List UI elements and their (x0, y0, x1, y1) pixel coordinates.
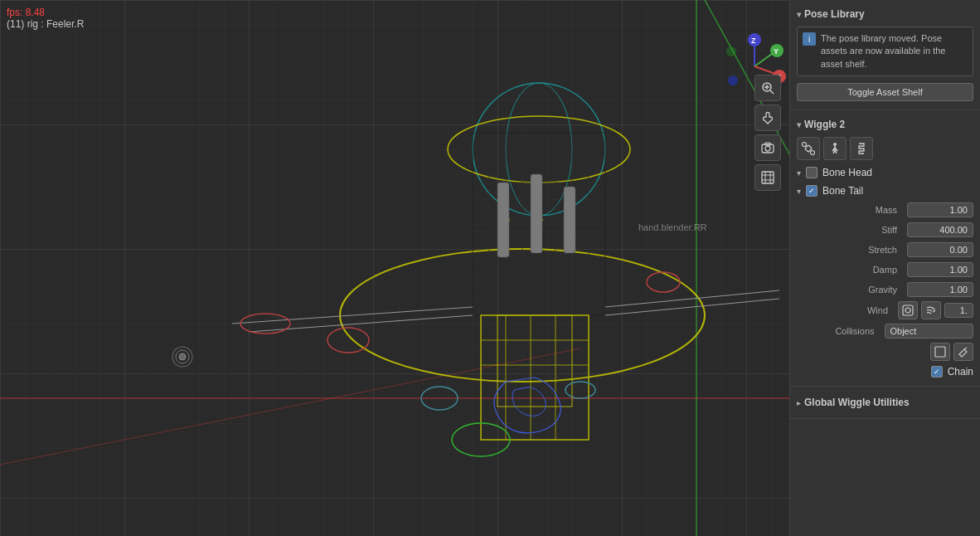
pose-info-text: The pose library moved. Pose assets are … (821, 32, 968, 71)
chain-checkbox[interactable]: ✓ (931, 366, 943, 378)
pose-library-section: ▾ Pose Library i The pose library moved.… (790, 0, 980, 110)
svg-rect-9 (473, 133, 605, 315)
wind-wind-icon[interactable] (921, 301, 941, 319)
svg-point-29 (536, 217, 542, 223)
pose-library-collapse-icon: ▾ (797, 10, 801, 19)
render-button[interactable] (754, 164, 781, 191)
fps-overlay: fps: 8.48 (11) rig : Feeler.R (7, 7, 84, 30)
spring-icon (855, 142, 868, 155)
svg-point-50 (748, 33, 761, 46)
svg-line-23 (232, 307, 473, 324)
svg-point-74 (811, 151, 815, 155)
svg-point-47 (176, 350, 189, 363)
svg-rect-30 (497, 183, 509, 257)
svg-point-25 (240, 314, 290, 334)
svg-point-5 (473, 83, 605, 216)
bone-head-entry[interactable]: ▾ Bone Head (790, 163, 980, 182)
wiggle2-header[interactable]: ▾ Wiggle 2 (790, 115, 980, 134)
zoom-icon (760, 80, 775, 95)
mass-value[interactable]: 1.00 (907, 202, 973, 217)
svg-point-28 (502, 217, 509, 223)
zoom-button[interactable] (754, 75, 781, 101)
wiggle-bone-icon-btn[interactable] (797, 137, 820, 160)
collision-icon-row (790, 341, 980, 363)
wiggle2-collapse-icon: ▾ (797, 120, 801, 129)
svg-rect-32 (564, 187, 575, 253)
svg-rect-1 (0, 0, 789, 536)
svg-point-83 (905, 308, 910, 313)
global-wiggle-section: ▸ Global Wiggle Utilities (790, 387, 980, 419)
collision-box-svg (934, 346, 946, 358)
bone-head-checkbox[interactable] (806, 167, 817, 178)
svg-line-27 (605, 299, 779, 315)
svg-point-41 (327, 328, 369, 353)
wiggle-icon-row (790, 134, 980, 163)
svg-point-73 (803, 143, 807, 147)
collisions-label: Collisions (797, 326, 881, 336)
stiff-value[interactable]: 400.00 (907, 222, 973, 237)
toggle-asset-shelf-button[interactable]: Toggle Asset Shelf (797, 83, 973, 101)
collisions-dropdown[interactable]: Object (885, 324, 974, 339)
collision-edit-icon[interactable] (953, 343, 973, 361)
viewport[interactable]: hand.blender.RR Z Y X f (0, 0, 789, 536)
chain-label: Chain (948, 366, 973, 378)
wiggle-spring-icon-btn[interactable] (850, 137, 873, 160)
svg-line-4 (0, 348, 580, 465)
wind-object-icon-svg (902, 305, 914, 316)
svg-point-44 (421, 387, 458, 410)
wind-wind-svg (925, 305, 937, 316)
pan-button[interactable] (754, 105, 781, 131)
pose-info-box: i The pose library moved. Pose assets ar… (797, 27, 973, 76)
wiggle2-title: Wiggle 2 (804, 119, 845, 130)
svg-point-48 (179, 353, 186, 360)
svg-point-66 (765, 146, 770, 151)
gravity-label: Gravity (797, 285, 904, 295)
stretch-row: Stretch 0.00 (790, 240, 980, 260)
svg-point-59 (726, 46, 736, 56)
collisions-row: Collisions Object (790, 321, 980, 341)
bone-icon (802, 142, 815, 155)
svg-line-62 (770, 90, 774, 94)
svg-point-46 (172, 347, 192, 367)
svg-rect-84 (935, 347, 945, 357)
chain-row: ✓ Chain (790, 363, 980, 381)
sidebar: ▾ Pose Library i The pose library moved.… (789, 0, 980, 536)
wiggle-walk-icon-btn[interactable] (823, 137, 847, 160)
global-wiggle-header[interactable]: ▸ Global Wiggle Utilities (790, 392, 980, 413)
bone-tail-collapse-icon: ▾ (797, 187, 801, 196)
damp-label: Damp (797, 265, 904, 275)
svg-point-7 (506, 83, 572, 216)
stiff-label: Stiff (797, 225, 904, 235)
svg-rect-34 (497, 315, 572, 407)
collision-edit-svg (958, 346, 969, 358)
gravity-value[interactable]: 1.00 (907, 282, 973, 297)
pose-library-header[interactable]: ▾ Pose Library (790, 5, 980, 23)
pan-icon (760, 110, 775, 125)
wind-object-icon[interactable] (898, 301, 918, 319)
stretch-value[interactable]: 0.00 (907, 242, 973, 257)
svg-point-8 (340, 249, 705, 382)
svg-line-52 (754, 51, 775, 66)
svg-line-26 (605, 290, 779, 307)
wind-value[interactable]: 1. (944, 303, 973, 318)
render-icon (760, 170, 775, 185)
svg-rect-68 (762, 172, 774, 183)
bone-tail-entry[interactable]: ▾ ✓ Bone Tail (790, 182, 980, 200)
mass-label: Mass (797, 205, 904, 215)
bone-tail-checkbox[interactable]: ✓ (806, 185, 817, 197)
svg-text:hand.blender.RR: hand.blender.RR (638, 222, 707, 232)
camera-button[interactable] (754, 134, 781, 161)
svg-text:Z: Z (751, 37, 756, 45)
global-wiggle-expand-icon: ▸ (797, 398, 801, 407)
bone-head-collapse-icon: ▾ (797, 168, 801, 178)
gravity-row: Gravity 1.00 (790, 280, 980, 300)
bone-head-label: Bone Head (822, 167, 872, 178)
svg-point-76 (833, 143, 837, 146)
viewport-toolbar (754, 75, 781, 191)
grid-background: hand.blender.RR Z Y X (0, 0, 789, 536)
damp-value[interactable]: 1.00 (907, 262, 973, 277)
collision-box-icon[interactable] (930, 343, 950, 361)
wind-label: Wind (797, 305, 895, 315)
svg-point-58 (728, 76, 738, 85)
stiff-row: Stiff 400.00 (790, 220, 980, 240)
